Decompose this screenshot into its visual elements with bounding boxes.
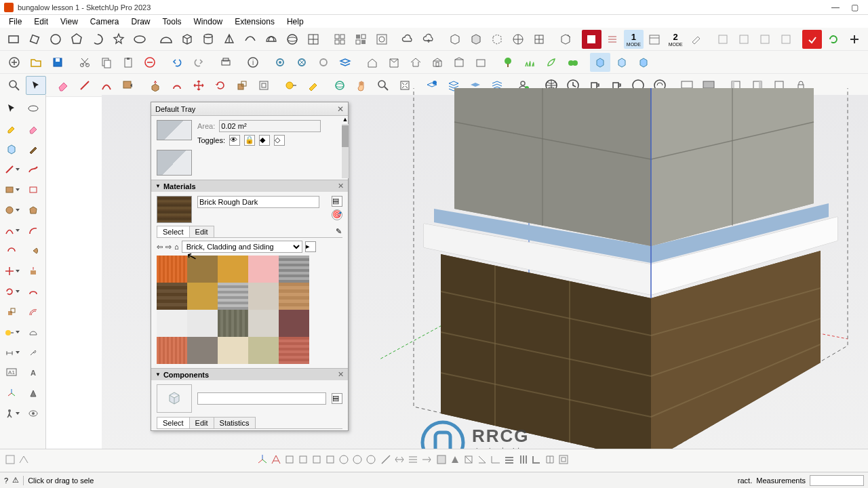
material-swatch[interactable] xyxy=(279,310,309,337)
layers-icon[interactable] xyxy=(335,53,355,72)
bt-b-icon[interactable] xyxy=(283,453,296,468)
measurements-input[interactable] xyxy=(810,475,864,486)
menu-draw[interactable]: Draw xyxy=(125,17,157,26)
material-swatch[interactable] xyxy=(279,283,309,310)
bt-a-icon[interactable] xyxy=(270,453,282,468)
materials-panel-header[interactable]: Materials✕ xyxy=(151,180,348,192)
maximize-button[interactable]: ▢ xyxy=(845,1,864,14)
lt-rotate2-icon[interactable] xyxy=(1,282,22,301)
undo-icon[interactable] xyxy=(167,53,187,72)
wire1-icon[interactable] xyxy=(446,30,465,49)
lt-section-icon[interactable] xyxy=(23,384,43,403)
material-swatch[interactable] xyxy=(248,310,279,337)
wire2-icon[interactable] xyxy=(466,30,486,49)
bt-f-icon[interactable] xyxy=(338,453,350,468)
menu-help[interactable]: Help xyxy=(281,17,310,26)
bt-t3-icon[interactable] xyxy=(462,453,475,468)
tree-icon[interactable] xyxy=(498,53,518,72)
bt-e-icon[interactable] xyxy=(324,453,336,468)
bt-axis-icon[interactable] xyxy=(256,453,269,468)
lt-scale2-icon[interactable] xyxy=(1,302,22,321)
minimize-button[interactable]: — xyxy=(826,1,845,14)
zoom-icon[interactable] xyxy=(4,76,24,95)
lt-offset2-icon[interactable] xyxy=(23,302,43,321)
sphere-icon[interactable] xyxy=(282,30,302,49)
nav-back-icon[interactable]: ⇦ xyxy=(157,243,163,251)
tube-icon[interactable] xyxy=(240,30,260,49)
lt-dim-icon[interactable] xyxy=(1,343,22,362)
components-tab-select[interactable]: Select xyxy=(157,417,190,428)
mode-2-button[interactable]: 2MODE xyxy=(666,30,686,49)
material-swatch[interactable] xyxy=(248,283,279,310)
bt-c-icon[interactable] xyxy=(297,453,309,468)
house3-icon[interactable] xyxy=(406,53,426,72)
bt-t10-icon[interactable] xyxy=(557,453,570,468)
bt-t7-icon[interactable] xyxy=(517,453,529,468)
mode-1-button[interactable]: 1MODE xyxy=(624,30,644,49)
info-icon[interactable]: i xyxy=(243,53,263,72)
materials-tab-select[interactable]: Select xyxy=(157,226,190,237)
lt-brush-icon[interactable] xyxy=(23,140,43,159)
protractor-icon[interactable] xyxy=(157,30,176,49)
print-icon[interactable] xyxy=(216,53,236,72)
lt-circle-icon[interactable] xyxy=(1,201,22,220)
bt-t6-icon[interactable] xyxy=(503,453,515,468)
bt-s4-icon[interactable] xyxy=(420,453,433,468)
lt-tape2-icon[interactable] xyxy=(1,323,22,342)
component-name-input[interactable] xyxy=(197,392,326,405)
bt-1-icon[interactable] xyxy=(4,453,16,468)
bt-t4-icon[interactable] xyxy=(476,453,488,468)
nav-fwd-icon[interactable]: ⇨ xyxy=(165,243,172,251)
cut-icon[interactable] xyxy=(75,53,95,72)
material-library-select[interactable]: Brick, Cladding and Siding xyxy=(182,241,302,253)
lt-arc-icon[interactable] xyxy=(1,221,22,240)
material-swatch[interactable] xyxy=(218,256,248,283)
bt-2-icon[interactable] xyxy=(18,453,30,468)
house5-icon[interactable] xyxy=(449,53,469,72)
dome-icon[interactable] xyxy=(261,30,281,49)
lt-arc3-icon[interactable] xyxy=(1,241,22,260)
box-icon[interactable] xyxy=(178,30,197,49)
line-icon[interactable] xyxy=(75,76,95,95)
move-icon[interactable] xyxy=(189,76,209,95)
open-icon[interactable] xyxy=(26,53,46,72)
lt-pie-icon[interactable] xyxy=(23,241,43,260)
lt-freehand-icon[interactable] xyxy=(23,160,43,179)
house6-icon[interactable] xyxy=(471,53,491,72)
pie-icon[interactable] xyxy=(88,30,108,49)
wall-c-icon[interactable] xyxy=(755,30,774,49)
menu-extensions[interactable]: Extensions xyxy=(229,17,281,26)
material-swatch[interactable] xyxy=(187,310,218,337)
plugin-plus-icon[interactable] xyxy=(844,30,864,49)
pyramid-icon[interactable] xyxy=(219,30,239,49)
select-tool-icon[interactable] xyxy=(26,76,46,95)
nav-home-icon[interactable]: ⌂ xyxy=(174,243,179,251)
menu-camera[interactable]: Camera xyxy=(84,17,125,26)
lt-select-icon[interactable] xyxy=(1,99,22,118)
lt-poly-icon[interactable] xyxy=(23,201,43,220)
star-icon[interactable] xyxy=(109,30,129,49)
tray-close-icon[interactable]: ✕ xyxy=(337,104,344,114)
lt-paint-icon[interactable] xyxy=(1,119,22,138)
bt-g-icon[interactable] xyxy=(351,453,363,468)
sample-material-icon[interactable]: 🎯 xyxy=(332,209,342,220)
grid3-icon[interactable] xyxy=(372,30,391,49)
bt-s3-icon[interactable] xyxy=(407,453,419,468)
help-icon[interactable]: ? xyxy=(4,476,8,485)
material-swatch[interactable] xyxy=(248,337,279,364)
wall-b-icon[interactable] xyxy=(734,30,753,49)
menu-tools[interactable]: Tools xyxy=(157,17,188,26)
material-swatch[interactable] xyxy=(157,256,187,283)
bt-t8-icon[interactable] xyxy=(530,453,542,468)
red-square-icon[interactable] xyxy=(802,30,822,49)
ellipse-icon[interactable] xyxy=(130,30,150,49)
material-swatch[interactable] xyxy=(157,337,187,364)
material-swatch[interactable] xyxy=(218,283,248,310)
new-icon[interactable] xyxy=(4,53,24,72)
lt-protractor2-icon[interactable] xyxy=(23,323,43,342)
red-tool-icon[interactable] xyxy=(582,30,601,49)
house1-icon[interactable] xyxy=(362,53,382,72)
lt-rect-icon[interactable] xyxy=(1,180,22,199)
cloud-up-icon[interactable] xyxy=(419,30,439,49)
toggle-shadow-icon[interactable]: ◆ xyxy=(259,135,270,146)
